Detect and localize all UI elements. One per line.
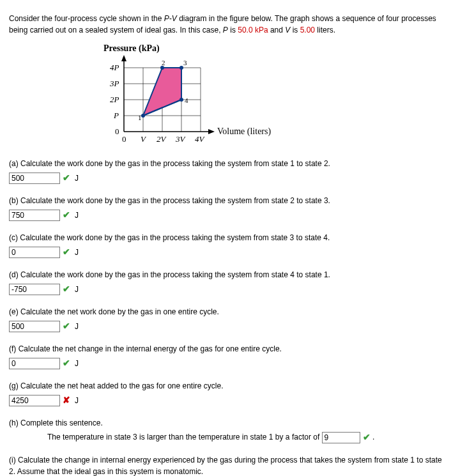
question-i-text: (i) Calculate the change in internal ene… [9,454,442,476]
answer-g-input[interactable] [9,395,60,406]
y-axis-label: Pressure (kPa) [103,43,442,54]
v-value: 5.00 [300,26,315,35]
pv-diagram: Pressure (kPa) 1 2 3 4 4P 3 [98,43,442,146]
question-e: (e) Calculate the net work done by the g… [9,306,442,333]
question-d: (d) Calculate the work done by the gas i… [9,269,442,296]
check-icon: ✔ [63,245,70,259]
check-icon: ✔ [63,282,70,296]
point-2-label: 2 [162,59,165,66]
answer-a-input[interactable] [9,173,60,184]
p-symbol: P [223,26,228,35]
answer-e-input[interactable] [9,321,60,332]
unit-d: J [75,284,79,295]
check-icon: ✔ [63,208,70,222]
h-sentence-pre: The temperature in state 3 is larger tha… [47,433,322,441]
pv-chart-svg: 1 2 3 4 4P 3P 2P P 0 0 V 2V 3V 4V Volume… [98,55,271,144]
question-h-text: (h) Complete this sentence. [9,417,442,429]
svg-point-17 [180,98,183,102]
unit-f: J [75,358,79,369]
question-f-text: (f) Calculate the net change in the inte… [9,343,442,355]
cross-icon: ✘ [63,394,70,407]
svg-text:3P: 3P [109,79,119,88]
unit-c: J [75,247,79,258]
question-h: (h) Complete this sentence. The temperat… [9,417,442,444]
question-a-text: (a) Calculate the work done by the gas i… [9,158,442,169]
question-c-text: (c) Calculate the work done by the gas i… [9,232,442,243]
x-axis-label: Volume (liters) [217,127,271,137]
svg-text:2V: 2V [157,134,167,144]
intro-pis: is [228,26,238,35]
p-value: 50.0 kPa [238,26,268,35]
question-f: (f) Calculate the net change in the inte… [9,343,442,370]
point-4-label: 4 [185,96,188,104]
svg-text:P: P [113,111,119,120]
svg-text:4V: 4V [195,134,206,144]
answer-b-input[interactable] [9,210,60,221]
unit-b: J [75,210,79,221]
question-g: (g) Calculate the net heat added to the … [9,380,442,407]
svg-text:4P: 4P [110,63,119,72]
pv-term: P-V [164,14,177,23]
intro-t1: Consider the four-process cycle shown in… [9,14,164,23]
answer-d-input[interactable] [9,284,60,295]
unit-e: J [75,321,79,332]
check-icon: ✔ [63,171,70,185]
check-icon: ✔ [363,431,371,444]
unit-g: J [75,395,79,406]
svg-text:0: 0 [115,127,119,136]
check-icon: ✔ [63,357,70,370]
question-d-text: (d) Calculate the work done by the gas i… [9,269,442,280]
unit-a: J [75,173,79,184]
question-b: (b) Calculate the work done by the gas i… [9,195,442,222]
answer-c-input[interactable] [9,247,60,258]
question-a: (a) Calculate the work done by the gas i… [9,158,442,185]
question-e-text: (e) Calculate the net work done by the g… [9,306,442,318]
question-c: (c) Calculate the work done by the gas i… [9,232,442,259]
svg-text:3V: 3V [175,134,187,144]
svg-text:2P: 2P [110,95,119,104]
intro-and: and [268,26,286,35]
h-sentence-post: . [372,433,374,441]
check-icon: ✔ [63,319,70,333]
svg-marker-3 [208,129,215,134]
point-1-label: 1 [138,114,142,121]
question-g-text: (g) Calculate the net heat added to the … [9,380,442,392]
question-i: (i) Calculate the change in internal ene… [9,454,442,476]
answer-f-input[interactable] [9,358,60,369]
problem-intro: Consider the four-process cycle shown in… [9,13,442,36]
svg-marker-1 [121,55,126,61]
question-b-text: (b) Calculate the work done by the gas i… [9,195,442,206]
point-3-label: 3 [183,59,187,66]
intro-vis: is [290,26,300,35]
answer-h-input[interactable] [322,432,360,443]
svg-point-14 [141,114,145,118]
svg-text:V: V [141,134,147,144]
intro-liters: liters. [315,26,335,35]
svg-text:0: 0 [122,134,126,144]
